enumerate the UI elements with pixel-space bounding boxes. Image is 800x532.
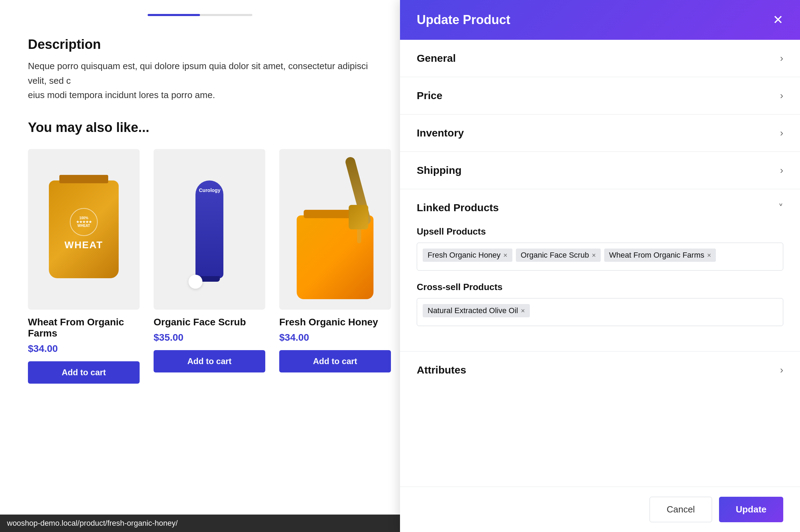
cancel-button[interactable]: Cancel: [650, 497, 712, 522]
add-to-cart-wheat[interactable]: Add to cart: [28, 361, 140, 384]
progress-bar-fill: [148, 14, 200, 16]
remove-wheat-organic-farms[interactable]: ×: [707, 252, 711, 259]
wheat-bag-illustration: 100%★★★★★WHEAT WHEAT: [49, 180, 119, 278]
product-price-wheat: $34.00: [28, 343, 140, 354]
update-button[interactable]: Update: [719, 497, 783, 522]
shipping-label: Shipping: [417, 164, 461, 176]
progress-bar-container: [28, 14, 372, 16]
linked-products-chevron-icon: ˅: [778, 202, 783, 214]
upsell-tags-input[interactable]: Fresh Organic Honey × Organic Face Scrub…: [417, 243, 783, 271]
description-title: Description: [28, 37, 372, 52]
upsell-title: Upsell Products: [417, 226, 783, 237]
progress-bar: [148, 14, 252, 16]
inventory-chevron-icon: ›: [780, 127, 783, 139]
attributes-label: Attributes: [417, 364, 466, 376]
price-label: Price: [417, 90, 442, 102]
panel-header: Update Product ✕: [400, 0, 800, 40]
panel-body: General › Price › Inventory › Shipping ›…: [400, 40, 800, 487]
scrub-tube-illustration: Curology: [195, 180, 223, 278]
linked-products-header[interactable]: Linked Products ˅: [400, 189, 800, 226]
url-bar: wooshop-demo.local/product/fresh-organic…: [0, 515, 400, 532]
product-name-wheat: Wheat From Organic Farms: [28, 317, 140, 339]
shipping-chevron-icon: ›: [780, 165, 783, 176]
panel-footer: Cancel Update: [400, 487, 800, 532]
remove-organic-face-scrub[interactable]: ×: [592, 252, 596, 259]
attributes-section-item[interactable]: Attributes ›: [400, 352, 800, 389]
crosssell-tags-input[interactable]: Natural Extracted Olive Oil ×: [417, 298, 783, 326]
product-image-wheat: 100%★★★★★WHEAT WHEAT: [28, 149, 140, 310]
remove-fresh-organic-honey[interactable]: ×: [503, 252, 508, 259]
wheat-badge: 100%★★★★★WHEAT: [70, 208, 98, 236]
upsell-tag-organic-face-scrub: Organic Face Scrub ×: [516, 249, 601, 262]
product-price-scrub: $35.00: [154, 332, 265, 343]
add-to-cart-scrub[interactable]: Add to cart: [154, 350, 265, 372]
product-price-honey: $34.00: [279, 332, 391, 343]
general-section-item[interactable]: General ›: [400, 40, 800, 77]
attributes-chevron-icon: ›: [780, 364, 783, 376]
product-name-scrub: Organic Face Scrub: [154, 317, 265, 328]
description-text: Neque porro quisquam est, qui dolore ips…: [28, 59, 372, 103]
product-name-honey: Fresh Organic Honey: [279, 317, 391, 328]
crosssell-title: Cross-sell Products: [417, 282, 783, 293]
upsell-tag-wheat-organic-farms: Wheat From Organic Farms ×: [604, 249, 716, 262]
remove-olive-oil[interactable]: ×: [521, 307, 525, 314]
main-content: Description Neque porro quisquam est, qu…: [0, 0, 400, 532]
inventory-label: Inventory: [417, 127, 464, 139]
linked-products-section: Linked Products ˅ Upsell Products Fresh …: [400, 189, 800, 352]
product-card-wheat: 100%★★★★★WHEAT WHEAT Wheat From Organic …: [28, 149, 140, 384]
product-image-scrub: Curology: [154, 149, 265, 310]
crosssell-tag-olive-oil: Natural Extracted Olive Oil ×: [423, 304, 530, 317]
upsell-tag-fresh-organic-honey: Fresh Organic Honey ×: [423, 249, 512, 262]
inventory-section-item[interactable]: Inventory ›: [400, 114, 800, 152]
price-chevron-icon: ›: [780, 90, 783, 101]
product-image-honey: [279, 149, 391, 310]
general-label: General: [417, 52, 456, 64]
product-card-scrub: Curology Organic Face Scrub $35.00 Add t…: [154, 149, 265, 384]
general-chevron-icon: ›: [780, 53, 783, 64]
products-grid: 100%★★★★★WHEAT WHEAT Wheat From Organic …: [28, 149, 372, 384]
linked-products-body: Upsell Products Fresh Organic Honey × Or…: [400, 226, 800, 351]
update-product-panel: Update Product ✕ General › Price › Inven…: [400, 0, 800, 532]
linked-products-label: Linked Products: [417, 202, 499, 214]
shipping-section-item[interactable]: Shipping ›: [400, 152, 800, 189]
panel-title: Update Product: [417, 13, 510, 27]
close-button[interactable]: ✕: [773, 14, 783, 26]
you-may-like-title: You may also like...: [28, 120, 372, 135]
price-section-item[interactable]: Price ›: [400, 77, 800, 114]
product-card-honey: Fresh Organic Honey $34.00 Add to cart: [279, 149, 391, 384]
description-section: Description Neque porro quisquam est, qu…: [28, 37, 372, 103]
add-to-cart-honey[interactable]: Add to cart: [279, 350, 391, 372]
